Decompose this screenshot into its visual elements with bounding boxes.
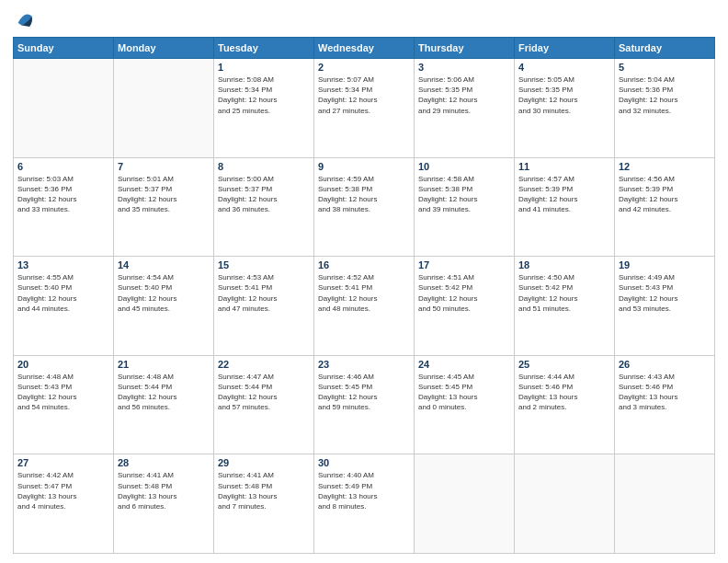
header-wednesday: Wednesday (314, 38, 415, 59)
day-number: 3 (418, 62, 510, 73)
day-info: Sunrise: 4:52 AMSunset: 5:41 PMDaylight:… (318, 272, 410, 314)
calendar-cell: 9Sunrise: 4:59 AMSunset: 5:38 PMDaylight… (314, 157, 415, 257)
day-info: Sunrise: 4:47 AMSunset: 5:44 PMDaylight:… (218, 372, 310, 413)
calendar-cell: 11Sunrise: 4:57 AMSunset: 5:39 PMDayligh… (515, 157, 615, 257)
day-info: Sunrise: 4:49 AMSunset: 5:43 PMDaylight:… (619, 272, 711, 314)
day-number: 18 (518, 259, 610, 270)
day-info: Sunrise: 4:50 AMSunset: 5:42 PMDaylight:… (518, 272, 610, 314)
header-tuesday: Tuesday (214, 38, 314, 59)
header-thursday: Thursday (415, 38, 515, 59)
calendar-cell: 8Sunrise: 5:00 AMSunset: 5:37 PMDaylight… (214, 157, 314, 257)
calendar-cell: 21Sunrise: 4:48 AMSunset: 5:44 PMDayligh… (114, 355, 214, 454)
calendar-cell: 16Sunrise: 4:52 AMSunset: 5:41 PMDayligh… (314, 257, 415, 356)
day-number: 22 (218, 359, 310, 370)
calendar-table: SundayMondayTuesdayWednesdayThursdayFrid… (13, 37, 715, 554)
day-info: Sunrise: 4:41 AMSunset: 5:48 PMDaylight:… (118, 470, 210, 511)
day-number: 10 (418, 161, 510, 172)
calendar-cell: 30Sunrise: 4:40 AMSunset: 5:49 PMDayligh… (314, 454, 415, 554)
calendar-week-3: 20Sunrise: 4:48 AMSunset: 5:43 PMDayligh… (14, 355, 715, 454)
calendar-week-0: 1Sunrise: 5:08 AMSunset: 5:34 PMDaylight… (14, 59, 715, 158)
day-number: 13 (17, 259, 109, 270)
logo (13, 9, 35, 29)
calendar-cell: 13Sunrise: 4:55 AMSunset: 5:40 PMDayligh… (14, 257, 114, 356)
calendar-cell: 3Sunrise: 5:06 AMSunset: 5:35 PMDaylight… (415, 59, 515, 158)
header-saturday: Saturday (615, 38, 715, 59)
calendar-cell: 29Sunrise: 4:41 AMSunset: 5:48 PMDayligh… (214, 454, 314, 554)
day-number: 30 (318, 457, 410, 468)
calendar-cell: 4Sunrise: 5:05 AMSunset: 5:35 PMDaylight… (515, 59, 615, 158)
day-info: Sunrise: 4:56 AMSunset: 5:39 PMDaylight:… (619, 174, 711, 215)
day-info: Sunrise: 5:03 AMSunset: 5:36 PMDaylight:… (17, 174, 109, 215)
day-info: Sunrise: 5:08 AMSunset: 5:34 PMDaylight:… (218, 75, 310, 116)
day-number: 2 (318, 62, 410, 73)
day-number: 4 (518, 62, 610, 73)
day-number: 28 (118, 457, 210, 468)
day-number: 24 (418, 359, 510, 370)
day-number: 20 (17, 359, 109, 370)
day-number: 9 (318, 161, 410, 172)
day-info: Sunrise: 4:42 AMSunset: 5:47 PMDaylight:… (17, 470, 109, 511)
day-info: Sunrise: 4:40 AMSunset: 5:49 PMDaylight:… (318, 470, 410, 511)
calendar-cell: 2Sunrise: 5:07 AMSunset: 5:34 PMDaylight… (314, 59, 415, 158)
calendar-cell: 23Sunrise: 4:46 AMSunset: 5:45 PMDayligh… (314, 355, 415, 454)
logo-icon (15, 9, 35, 29)
calendar-cell: 26Sunrise: 4:43 AMSunset: 5:46 PMDayligh… (615, 355, 715, 454)
calendar-cell: 22Sunrise: 4:47 AMSunset: 5:44 PMDayligh… (214, 355, 314, 454)
day-info: Sunrise: 4:51 AMSunset: 5:42 PMDaylight:… (418, 272, 510, 314)
day-info: Sunrise: 4:44 AMSunset: 5:46 PMDaylight:… (518, 372, 610, 413)
day-number: 29 (218, 457, 310, 468)
day-info: Sunrise: 4:55 AMSunset: 5:40 PMDaylight:… (17, 272, 109, 314)
calendar-cell: 14Sunrise: 4:54 AMSunset: 5:40 PMDayligh… (114, 257, 214, 356)
day-number: 12 (619, 161, 711, 172)
day-info: Sunrise: 4:43 AMSunset: 5:46 PMDaylight:… (619, 372, 711, 413)
day-number: 6 (17, 161, 109, 172)
header (13, 9, 715, 29)
calendar-week-4: 27Sunrise: 4:42 AMSunset: 5:47 PMDayligh… (14, 454, 715, 554)
day-number: 15 (218, 259, 310, 270)
day-info: Sunrise: 4:41 AMSunset: 5:48 PMDaylight:… (218, 470, 310, 511)
day-info: Sunrise: 4:57 AMSunset: 5:39 PMDaylight:… (518, 174, 610, 215)
day-number: 8 (218, 161, 310, 172)
calendar-cell: 25Sunrise: 4:44 AMSunset: 5:46 PMDayligh… (515, 355, 615, 454)
calendar-cell: 7Sunrise: 5:01 AMSunset: 5:37 PMDaylight… (114, 157, 214, 257)
calendar-cell (114, 59, 214, 158)
day-number: 11 (518, 161, 610, 172)
calendar-cell: 1Sunrise: 5:08 AMSunset: 5:34 PMDaylight… (214, 59, 314, 158)
day-info: Sunrise: 4:59 AMSunset: 5:38 PMDaylight:… (318, 174, 410, 215)
calendar-cell (415, 454, 515, 554)
day-number: 27 (17, 457, 109, 468)
day-number: 17 (418, 259, 510, 270)
calendar-cell: 24Sunrise: 4:45 AMSunset: 5:45 PMDayligh… (415, 355, 515, 454)
calendar-cell (14, 59, 114, 158)
day-info: Sunrise: 5:04 AMSunset: 5:36 PMDaylight:… (619, 75, 711, 116)
calendar-cell: 12Sunrise: 4:56 AMSunset: 5:39 PMDayligh… (615, 157, 715, 257)
calendar-cell (615, 454, 715, 554)
day-number: 14 (118, 259, 210, 270)
day-number: 26 (619, 359, 711, 370)
calendar-cell: 20Sunrise: 4:48 AMSunset: 5:43 PMDayligh… (14, 355, 114, 454)
header-friday: Friday (515, 38, 615, 59)
day-number: 21 (118, 359, 210, 370)
day-info: Sunrise: 4:53 AMSunset: 5:41 PMDaylight:… (218, 272, 310, 314)
day-info: Sunrise: 4:58 AMSunset: 5:38 PMDaylight:… (418, 174, 510, 215)
day-info: Sunrise: 5:07 AMSunset: 5:34 PMDaylight:… (318, 75, 410, 116)
calendar-cell: 27Sunrise: 4:42 AMSunset: 5:47 PMDayligh… (14, 454, 114, 554)
day-info: Sunrise: 5:01 AMSunset: 5:37 PMDaylight:… (118, 174, 210, 215)
day-info: Sunrise: 5:05 AMSunset: 5:35 PMDaylight:… (518, 75, 610, 116)
day-number: 7 (118, 161, 210, 172)
day-info: Sunrise: 4:48 AMSunset: 5:44 PMDaylight:… (118, 372, 210, 413)
day-info: Sunrise: 4:54 AMSunset: 5:40 PMDaylight:… (118, 272, 210, 314)
day-number: 19 (619, 259, 711, 270)
day-number: 23 (318, 359, 410, 370)
day-number: 25 (518, 359, 610, 370)
day-number: 5 (619, 62, 711, 73)
calendar-cell: 19Sunrise: 4:49 AMSunset: 5:43 PMDayligh… (615, 257, 715, 356)
day-number: 1 (218, 62, 310, 73)
calendar-week-1: 6Sunrise: 5:03 AMSunset: 5:36 PMDaylight… (14, 157, 715, 257)
day-number: 16 (318, 259, 410, 270)
day-info: Sunrise: 4:46 AMSunset: 5:45 PMDaylight:… (318, 372, 410, 413)
calendar-week-2: 13Sunrise: 4:55 AMSunset: 5:40 PMDayligh… (14, 257, 715, 356)
day-info: Sunrise: 5:06 AMSunset: 5:35 PMDaylight:… (418, 75, 510, 116)
calendar-cell: 28Sunrise: 4:41 AMSunset: 5:48 PMDayligh… (114, 454, 214, 554)
calendar-header-row: SundayMondayTuesdayWednesdayThursdayFrid… (14, 38, 715, 59)
